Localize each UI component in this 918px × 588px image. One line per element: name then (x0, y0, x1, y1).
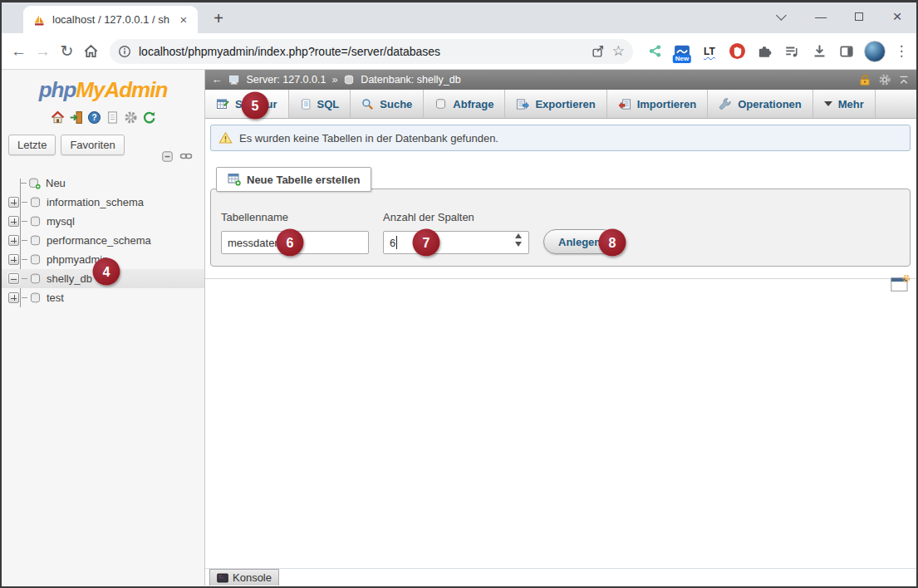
tab-abfrage[interactable]: Abfrage (424, 90, 505, 118)
expand-icon[interactable] (8, 216, 19, 227)
share-icon[interactable] (591, 44, 605, 58)
more-dropdown-icon (824, 101, 832, 106)
table-name-label: Tabellenname (221, 211, 288, 223)
reload-button[interactable]: ↻ (56, 38, 77, 65)
database-icon (29, 216, 42, 228)
columns-count-label: Anzahl der Spalten (383, 211, 474, 223)
pma-favicon (32, 13, 46, 27)
tab-close-icon[interactable]: × (176, 12, 191, 27)
profile-avatar[interactable] (864, 41, 886, 62)
expand-icon[interactable] (8, 235, 19, 246)
url-text[interactable]: localhost/phpmyadmin/index.php?route=/se… (139, 45, 583, 58)
page-settings-icon[interactable] (890, 275, 910, 293)
console-tab[interactable]: Konsole (209, 569, 279, 586)
create-table-legend: Neue Tabelle erstellen (216, 167, 371, 192)
favorites-button[interactable]: Favoriten (61, 135, 124, 155)
tab-importieren[interactable]: Importieren (607, 90, 709, 118)
tab-search-icon[interactable] (763, 10, 802, 23)
database-icon (29, 197, 42, 208)
tree-item-new[interactable]: Neu (2, 174, 204, 193)
minimize-button[interactable]: — (802, 10, 840, 23)
share-nodes-extension-icon[interactable] (645, 41, 665, 62)
database-icon (343, 75, 355, 86)
database-new-icon (28, 178, 41, 189)
search-icon (361, 98, 374, 110)
bookmark-star-icon[interactable]: ☆ (612, 42, 625, 60)
chrome-menu-icon[interactable]: ⋮ (893, 42, 910, 60)
import-icon (618, 98, 631, 110)
adblock-extension-icon[interactable] (727, 41, 747, 62)
tab-suche[interactable]: Suche (351, 90, 424, 118)
logout-door-icon[interactable] (69, 110, 83, 125)
back-button[interactable]: ← (8, 38, 29, 65)
tab-mehr[interactable]: Mehr (813, 90, 876, 118)
download-icon[interactable] (809, 41, 829, 62)
site-info-icon[interactable] (118, 45, 131, 58)
home-icon[interactable] (51, 110, 65, 125)
browser-tab[interactable]: localhost / 127.0.0.1 / shelly_db × (23, 6, 198, 33)
breadcrumb-server[interactable]: Server: 127.0.0.1 (247, 74, 326, 86)
database-icon (29, 235, 42, 247)
maximize-button[interactable] (840, 10, 878, 23)
pma-tab-bar: Struktur SQL Suche Abfrage Exportieren (205, 90, 916, 119)
tree-item-mysql[interactable]: mysql (2, 212, 204, 231)
extensions-puzzle-icon[interactable] (754, 41, 774, 62)
pma-logo[interactable]: phpMyAdmin (2, 77, 204, 103)
expand-icon[interactable] (8, 197, 19, 208)
tab-operationen[interactable]: Operationen (708, 90, 813, 118)
refresh-icon[interactable] (142, 110, 156, 125)
tab-sql[interactable]: SQL (289, 90, 351, 118)
expand-icon[interactable] (8, 254, 19, 265)
breadcrumb-database[interactable]: Datenbank: shelly_db (361, 74, 460, 86)
database-tree: Neu information_schema mysql performance… (2, 174, 204, 307)
tab-exportieren[interactable]: Exportieren (505, 90, 606, 118)
extensions-row: New LT ⋮ (645, 41, 910, 62)
close-button[interactable]: × (878, 7, 916, 26)
window-controls: — × (763, 2, 916, 31)
sidebar-action-icons: ? (2, 110, 204, 125)
tab-strip: localhost / 127.0.0.1 / shelly_db × + — … (2, 2, 916, 33)
languagetool-extension-icon[interactable]: LT (700, 41, 719, 62)
collapse-all-icon[interactable] (161, 150, 174, 163)
step-badge-6: 6 (277, 229, 304, 257)
no-tables-warning: Es wurden keine Tabellen in der Datenban… (210, 125, 911, 151)
columns-count-input[interactable] (383, 231, 529, 254)
pma-content: Es wurden keine Tabellen in der Datenban… (205, 119, 916, 586)
side-panel-icon[interactable] (837, 41, 857, 62)
console-bar: Konsole (205, 568, 916, 586)
home-button[interactable] (81, 38, 101, 65)
new-table-icon (228, 173, 241, 186)
browser-window: localhost / 127.0.0.1 / shelly_db × + — … (0, 0, 918, 588)
text-caret (396, 236, 397, 249)
lock-icon (858, 74, 871, 86)
number-stepper[interactable] (515, 233, 522, 247)
step-badge-4: 4 (93, 258, 120, 286)
page-settings-gear-icon[interactable] (878, 73, 891, 86)
forward-button[interactable]: → (32, 38, 53, 65)
sql-icon (300, 98, 312, 110)
panel-collapse-arrow[interactable]: ← (212, 74, 223, 86)
settings-gear-icon[interactable] (124, 110, 138, 125)
collapse-icon[interactable] (8, 273, 19, 284)
help-icon[interactable]: ? (87, 110, 101, 125)
structure-icon (216, 98, 229, 110)
tree-item-information-schema[interactable]: information_schema (2, 193, 204, 212)
address-bar[interactable]: localhost/phpmyadmin/index.php?route=/se… (110, 39, 633, 64)
breadcrumb-separator: » (331, 74, 337, 86)
home-icon (83, 43, 99, 59)
wave-extension-icon[interactable]: New (672, 41, 692, 62)
database-icon (29, 292, 42, 304)
expand-icon[interactable] (8, 292, 19, 303)
collapse-top-icon[interactable] (898, 75, 910, 86)
create-table-form: Tabellenname Anzahl der Spalten Anlegen (210, 189, 911, 267)
recent-button[interactable]: Letzte (8, 135, 56, 155)
link-icon[interactable] (179, 149, 193, 163)
pma-sidebar: phpMyAdmin ? Letzte Favoriten (2, 70, 205, 586)
pma-main: ← Server: 127.0.0.1 » Datenbank: shelly_… (205, 70, 916, 586)
tree-item-test[interactable]: test (2, 288, 204, 307)
warning-icon (218, 131, 233, 145)
playlist-extension-icon[interactable] (782, 41, 802, 62)
docs-icon[interactable] (106, 110, 120, 125)
tree-item-performance-schema[interactable]: performance_schema (2, 231, 204, 250)
new-tab-button[interactable]: + (208, 9, 229, 28)
